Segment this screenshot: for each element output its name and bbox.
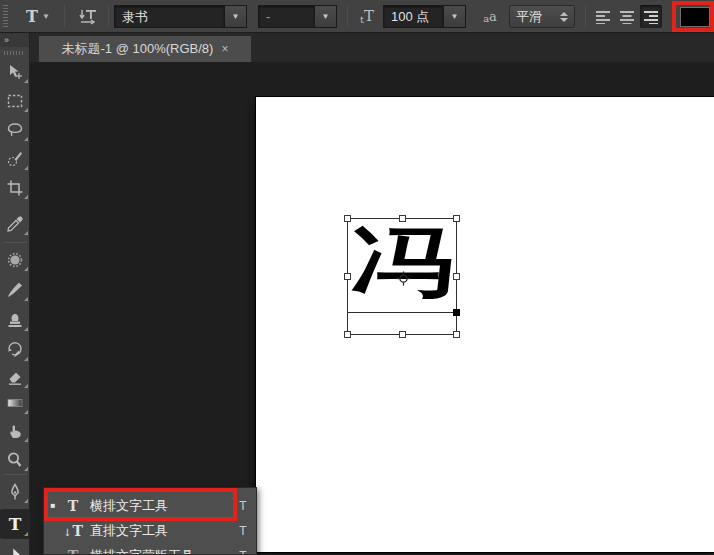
chevron-down-icon: ▼	[42, 12, 50, 21]
menu-item-label: 直排文字工具	[90, 522, 230, 540]
history-brush-tool[interactable]	[0, 336, 30, 364]
flyout-indicator	[24, 499, 28, 503]
divider	[347, 5, 348, 28]
flyout-indicator	[24, 438, 28, 442]
transform-handle-mid-left[interactable]	[344, 273, 351, 280]
smudge-tool[interactable]	[0, 417, 30, 445]
transform-handle-top-center[interactable]	[399, 215, 406, 222]
transform-handle-bottom-right[interactable]	[453, 331, 460, 338]
flyout-indicator	[24, 79, 28, 83]
font-style-select[interactable]: - ▼	[258, 5, 337, 28]
flyout-indicator	[24, 297, 28, 301]
toggle-text-orientation-button[interactable]	[72, 5, 104, 29]
gradient-tool[interactable]	[0, 389, 30, 417]
font-style-dropdown-button[interactable]: ▼	[314, 5, 337, 28]
eyedropper-tool[interactable]	[0, 210, 30, 238]
document-tab-bar: 未标题-1 @ 100%(RGB/8) ×	[30, 33, 714, 62]
document-canvas[interactable]	[256, 97, 714, 552]
anti-alias-value: 平滑	[516, 8, 542, 26]
divider	[64, 5, 65, 28]
text-alignment-group	[592, 5, 662, 28]
flyout-indicator	[24, 384, 28, 388]
divider	[585, 5, 586, 28]
horizontal-type-mask-icon: T	[62, 548, 84, 555]
menu-item-horizontal-type-tool[interactable]: ■ T 横排文字工具 T	[44, 493, 256, 518]
menu-item-shortcut: T	[230, 524, 256, 538]
menu-item-vertical-type-tool[interactable]: ↓T 直排文字工具 T	[44, 518, 256, 543]
align-right-icon	[643, 10, 659, 24]
flyout-indicator	[24, 137, 28, 141]
menu-item-label: 横排文字蒙版工具	[90, 547, 230, 555]
type-tool-icon: T	[9, 516, 22, 533]
transform-handle-top-left[interactable]	[344, 215, 351, 222]
path-selection-tool[interactable]	[0, 541, 30, 555]
flyout-indicator	[24, 108, 28, 112]
toolbar-grip[interactable]	[4, 51, 25, 55]
type-tool-icon: T	[26, 7, 38, 26]
pen-tool[interactable]	[0, 478, 30, 506]
photoshop-window: T ▼ 隶书 ▼ -	[0, 0, 714, 555]
document-tab[interactable]: 未标题-1 @ 100%(RGB/8) ×	[38, 35, 252, 62]
clone-stamp-tool[interactable]	[0, 306, 30, 334]
move-tool[interactable]	[0, 58, 30, 86]
spinner-arrows-icon	[560, 12, 568, 22]
crop-tool[interactable]	[0, 174, 30, 202]
flyout-indicator	[24, 231, 28, 235]
horizontal-type-tool[interactable]: T	[0, 509, 30, 539]
font-size-dropdown-button[interactable]: ▼	[443, 5, 466, 28]
flyout-indicator	[24, 195, 28, 199]
menu-item-shortcut: T	[230, 549, 256, 555]
transform-handle-top-right[interactable]	[453, 215, 460, 222]
brush-tool[interactable]	[0, 276, 30, 304]
menu-item-shortcut: T	[230, 499, 256, 513]
font-size-icon: tT	[355, 4, 379, 29]
menu-item-label: 横排文字工具	[90, 497, 230, 515]
document-tab-title: 未标题-1 @ 100%(RGB/8)	[62, 40, 214, 58]
baseline-handle[interactable]	[453, 309, 460, 316]
align-center-button[interactable]	[616, 5, 638, 28]
options-bar-grip[interactable]	[3, 5, 8, 28]
transform-handle-bottom-left[interactable]	[344, 331, 351, 338]
font-family-select[interactable]: 隶书 ▼	[114, 5, 247, 28]
flyout-indicator	[24, 357, 28, 361]
anti-alias-select[interactable]: 平滑	[509, 5, 575, 28]
menu-item-horizontal-type-mask-tool[interactable]: T 横排文字蒙版工具 T	[44, 543, 256, 555]
rectangular-marquee-tool[interactable]	[0, 87, 30, 115]
flyout-indicator	[24, 410, 28, 414]
align-left-button[interactable]	[592, 5, 614, 28]
reference-point-icon	[396, 271, 411, 286]
toolbar-collapse-button[interactable]: »	[0, 33, 29, 47]
horizontal-type-icon: T	[62, 498, 84, 514]
eraser-tool[interactable]	[0, 363, 30, 391]
dodge-tool[interactable]	[0, 446, 30, 474]
toolbar-separator	[3, 242, 27, 243]
font-style-value: -	[266, 9, 270, 24]
align-left-icon	[595, 10, 611, 24]
spot-healing-brush-tool[interactable]	[0, 246, 30, 274]
text-baseline-line	[348, 312, 456, 313]
flyout-indicator	[24, 166, 28, 170]
font-family-value: 隶书	[122, 8, 148, 26]
anti-alias-icon: aa	[478, 4, 502, 29]
options-bar: T ▼ 隶书 ▼ -	[0, 0, 714, 33]
align-right-button[interactable]	[640, 5, 662, 28]
vertical-type-icon: ↓T	[62, 523, 84, 539]
flyout-indicator	[24, 467, 28, 471]
transform-handle-bottom-center[interactable]	[399, 331, 406, 338]
type-tool-flyout-menu: ■ T 横排文字工具 T ↓T 直排文字工具 T T 横排文字蒙版工具 T	[43, 487, 257, 555]
lasso-tool[interactable]	[0, 116, 30, 144]
tab-close-icon[interactable]: ×	[221, 43, 228, 55]
flyout-indicator	[24, 267, 28, 271]
flyout-indicator	[24, 532, 28, 536]
font-size-value: 100 点	[391, 8, 429, 26]
transform-handle-mid-right[interactable]	[453, 273, 460, 280]
flyout-indicator	[24, 327, 28, 331]
font-family-dropdown-button[interactable]: ▼	[224, 5, 247, 28]
text-color-swatch[interactable]	[680, 7, 710, 27]
tool-preset-picker[interactable]: T ▼	[16, 4, 60, 29]
font-size-select[interactable]: 100 点 ▼	[383, 5, 466, 28]
quick-selection-tool[interactable]	[0, 145, 30, 173]
divider	[108, 5, 109, 28]
transform-bounding-box[interactable]	[347, 218, 457, 335]
current-tool-indicator: ■	[44, 501, 62, 510]
